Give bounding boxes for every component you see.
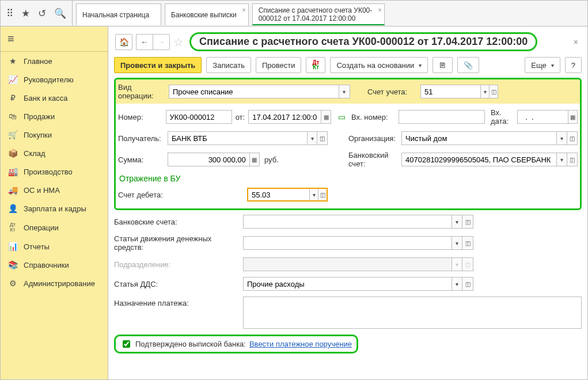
dtkt-button[interactable]: ДтКт	[306, 57, 325, 73]
sidebar-item-manager[interactable]: 📈Руководителю	[1, 70, 108, 89]
open-icon[interactable]: ◫	[462, 215, 473, 228]
close-icon[interactable]: ×	[242, 6, 245, 14]
sidebar-item-hr[interactable]: 👤Зарплата и кадры	[1, 199, 108, 218]
department-label: Подразделение:	[114, 260, 240, 269]
sidebar-item-sales[interactable]: 🛍Продажи	[1, 107, 108, 126]
report-icon: 📊	[7, 242, 18, 251]
open-icon[interactable]: ◫	[318, 189, 327, 200]
back-button[interactable]: ←	[136, 34, 153, 50]
sidebar-item-operations[interactable]: ДтКтОперации	[1, 218, 108, 237]
dropdown-icon[interactable]: ▾	[556, 153, 567, 166]
print-button[interactable]: 🖹	[433, 57, 453, 73]
dropdown-icon: ▾	[452, 258, 462, 271]
sidebar-item-reports[interactable]: 📊Отчеты	[1, 237, 108, 256]
search-icon[interactable]: 🔍	[54, 7, 66, 20]
op-type-field[interactable]	[169, 85, 339, 98]
purpose-field[interactable]	[244, 297, 581, 329]
open-icon[interactable]: ◫	[567, 153, 577, 166]
currency-label: руб.	[262, 155, 279, 164]
post-button[interactable]: Провести	[256, 57, 302, 73]
in-number-label: Вх. номер:	[349, 113, 395, 121]
bag-icon: 🛍	[7, 112, 18, 121]
sidebar-item-bank[interactable]: ₽Банк и касса	[1, 89, 108, 107]
in-date-field[interactable]	[518, 111, 568, 123]
confirmed-label: Подтверждено выпиской банка:	[135, 340, 246, 348]
factory-icon: 🏭	[7, 167, 18, 176]
close-icon[interactable]: ×	[378, 6, 381, 14]
sidebar-item-admin[interactable]: ⚙Администрирование	[1, 274, 108, 292]
account-label: Счет учета:	[365, 88, 417, 96]
open-icon: ◫	[462, 258, 473, 271]
date-field[interactable]	[249, 111, 321, 123]
attach-button[interactable]: 📎	[457, 57, 479, 73]
confirmed-checkbox[interactable]	[123, 340, 130, 348]
calendar-icon[interactable]: ▦	[568, 111, 577, 123]
calculator-icon[interactable]: ▦	[249, 153, 259, 166]
post-and-close-button[interactable]: Провести и закрыть	[114, 57, 202, 73]
dropdown-icon[interactable]: ▾	[452, 237, 462, 249]
dropdown-icon[interactable]: ▾	[480, 85, 489, 98]
dtkt-icon: ДтКт	[7, 222, 18, 233]
posted-indicator-icon: ▭	[338, 112, 346, 121]
sidebar-item-production[interactable]: 🏭Производство	[1, 162, 108, 181]
number-field[interactable]	[166, 111, 232, 123]
write-button[interactable]: Записать	[206, 57, 251, 73]
tab-home[interactable]: Начальная страница	[76, 3, 161, 25]
open-icon[interactable]: ◫	[462, 237, 473, 249]
apps-icon[interactable]: ⠿	[6, 7, 13, 20]
in-date-label: Вх. дата:	[488, 108, 514, 126]
help-button[interactable]: ?	[565, 57, 582, 73]
number-label: Номер:	[118, 113, 164, 121]
tab-bank-statements[interactable]: Банковские выписки ×	[165, 3, 249, 25]
dropdown-icon[interactable]: ▾	[309, 189, 318, 200]
org-field[interactable]	[402, 132, 556, 145]
home-button[interactable]: 🏠	[115, 34, 132, 50]
cashflow-items-field[interactable]	[244, 237, 452, 249]
sum-field[interactable]	[168, 153, 249, 166]
cashflow-items-label: Статьи движения денежных средств:	[114, 234, 240, 252]
dropdown-icon[interactable]: ▾	[556, 132, 567, 145]
favorite-icon[interactable]: ★	[21, 7, 30, 20]
create-based-on-button[interactable]: Создать на основании	[330, 57, 428, 73]
dds-item-label: Статья ДДС:	[114, 280, 240, 288]
ruble-icon: ₽	[7, 93, 18, 102]
in-number-field[interactable]	[399, 111, 484, 123]
bank-account-label: Банковский счет:	[346, 151, 398, 168]
sidebar-item-stock[interactable]: 📦Склад	[1, 144, 108, 162]
toolbar: Провести и закрыть Записать Провести ДтК…	[108, 55, 587, 78]
sidebar-item-main[interactable]: ★Главное	[1, 52, 108, 70]
hamburger-icon[interactable]: ≡	[1, 26, 108, 52]
top-tabs-bar: ⠿ ★ ↺ 🔍 Начальная страница Банковские вы…	[1, 1, 587, 26]
dds-item-field[interactable]	[244, 278, 452, 290]
recipient-field[interactable]	[168, 132, 307, 145]
close-icon[interactable]: ×	[571, 37, 581, 47]
dropdown-icon[interactable]: ▾	[339, 85, 350, 98]
more-button[interactable]: Еще	[525, 57, 560, 73]
section-bu-title: Отражение в БУ	[119, 174, 578, 183]
tab-writeoff[interactable]: Списание с расчетного счета УК00-000012 …	[252, 3, 385, 25]
star-icon: ★	[7, 56, 18, 66]
page-title: Списание с расчетного счета УК00-000012 …	[189, 32, 537, 51]
dropdown-icon[interactable]: ▾	[452, 278, 462, 290]
sidebar-item-catalogs[interactable]: 📚Справочники	[1, 256, 108, 274]
favorite-star-icon[interactable]: ☆	[173, 35, 184, 49]
enter-payment-order-link[interactable]: Ввести платежное поручение	[249, 340, 352, 348]
history-icon[interactable]: ↺	[38, 7, 46, 20]
open-icon[interactable]: ◫	[567, 132, 577, 145]
books-icon: 📚	[7, 260, 18, 269]
dropdown-icon[interactable]: ▾	[307, 132, 317, 145]
bank-account-field[interactable]	[402, 153, 556, 166]
sidebar-item-assets[interactable]: 🚚ОС и НМА	[1, 181, 108, 199]
open-icon[interactable]: ◫	[462, 278, 473, 290]
forward-button[interactable]: →	[153, 34, 170, 50]
account-field[interactable]	[421, 85, 480, 98]
person-icon: 👤	[7, 204, 18, 213]
debit-account-field[interactable]	[248, 188, 309, 201]
open-icon[interactable]: ◫	[489, 85, 498, 98]
open-icon[interactable]: ◫	[317, 132, 327, 145]
sum-label: Сумма:	[118, 155, 165, 164]
bank-accounts-field[interactable]	[244, 215, 452, 228]
sidebar-item-purchases[interactable]: 🛒Покупки	[1, 126, 108, 144]
dropdown-icon[interactable]: ▾	[452, 215, 462, 228]
calendar-icon[interactable]: ▦	[321, 111, 331, 123]
